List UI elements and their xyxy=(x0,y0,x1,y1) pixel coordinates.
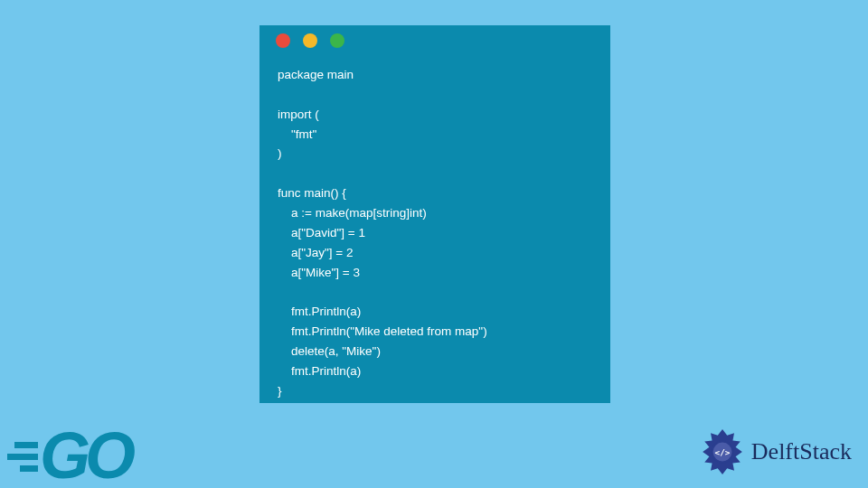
go-speed-lines-icon xyxy=(7,442,38,472)
code-line: a["David"] = 1 xyxy=(278,226,365,239)
delftstack-logo-text: DelftStack xyxy=(751,438,852,465)
go-logo: GO xyxy=(7,430,130,483)
code-line: fmt.Println("Mike deleted from map") xyxy=(278,324,487,338)
go-logo-text: GO xyxy=(40,430,130,483)
code-window: package main import ( "fmt" ) func main(… xyxy=(259,25,610,403)
code-line: package main xyxy=(278,68,354,81)
maximize-icon xyxy=(330,33,344,48)
delftstack-emblem-icon: </> xyxy=(699,428,746,475)
code-line: a := make(map[string]int) xyxy=(278,206,427,220)
code-line: a["Jay"] = 2 xyxy=(278,246,354,259)
code-line: "fmt" xyxy=(278,127,316,141)
code-line: fmt.Println(a) xyxy=(278,305,361,318)
code-line: import ( xyxy=(278,108,319,121)
code-line: ) xyxy=(278,146,282,160)
code-line: a["Mike"] = 3 xyxy=(278,266,360,279)
window-titlebar xyxy=(259,25,610,56)
svg-text:</>: </> xyxy=(714,447,730,457)
code-line: func main() { xyxy=(278,186,346,200)
code-line: } xyxy=(278,384,282,398)
code-line: delete(a, "Mike") xyxy=(278,344,381,358)
minimize-icon xyxy=(303,33,317,48)
delftstack-logo: </> DelftStack xyxy=(699,428,852,475)
code-line: fmt.Println(a) xyxy=(278,364,361,378)
close-icon xyxy=(276,33,290,48)
code-block: package main import ( "fmt" ) func main(… xyxy=(259,56,610,416)
